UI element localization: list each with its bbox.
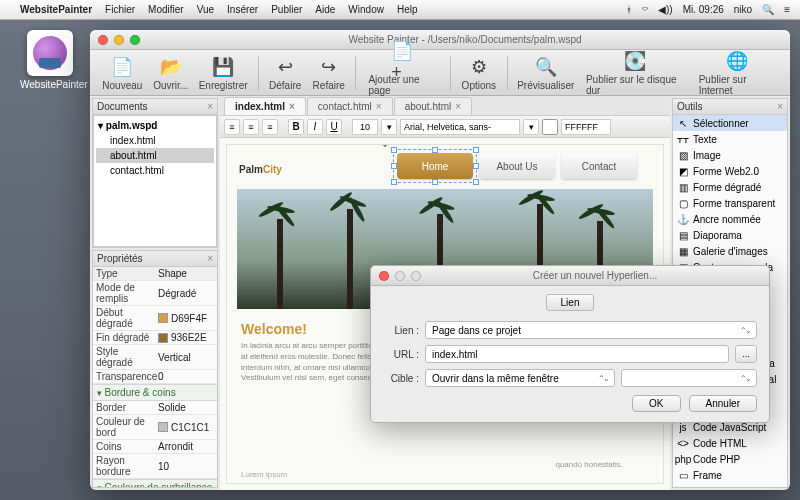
property-row[interactable]: Style dégradéVertical: [93, 345, 217, 370]
underline-button[interactable]: U: [326, 119, 342, 135]
property-row[interactable]: Rayon bordure10: [93, 454, 217, 479]
desktop-app-icon[interactable]: WebsitePainter: [20, 30, 80, 90]
property-value[interactable]: 936E2E: [155, 331, 217, 344]
nav-about-button[interactable]: About Us: [479, 153, 555, 179]
property-row[interactable]: Couleur de bordC1C1C1: [93, 415, 217, 440]
user-menu[interactable]: niko: [734, 4, 752, 15]
property-value[interactable]: Arrondit: [155, 440, 217, 453]
property-row[interactable]: BorderSolide: [93, 401, 217, 415]
text-color-input[interactable]: [561, 119, 611, 135]
property-value[interactable]: C1C1C1: [155, 415, 217, 439]
tab-close-icon[interactable]: ×: [376, 101, 382, 112]
property-row[interactable]: Transparence0: [93, 370, 217, 384]
property-value[interactable]: Vertical: [155, 345, 217, 369]
volume-icon[interactable]: ◀)): [658, 4, 673, 15]
tab-close-icon[interactable]: ×: [289, 101, 295, 112]
move-handle-icon[interactable]: ✥: [380, 144, 390, 150]
prop-section-border[interactable]: ▾ Bordure & coins: [93, 384, 217, 401]
close-window-button[interactable]: [98, 35, 108, 45]
align-right-button[interactable]: ≡: [262, 119, 278, 135]
menu-inserer[interactable]: Insérer: [227, 4, 258, 15]
font-size-stepper[interactable]: ▾: [381, 119, 397, 135]
minimize-window-button[interactable]: [114, 35, 124, 45]
property-row[interactable]: CoinsArrondit: [93, 440, 217, 454]
tab-about[interactable]: about.html×: [394, 97, 473, 115]
property-value[interactable]: Solide: [155, 401, 217, 414]
property-row[interactable]: Fin dégradé936E2E: [93, 331, 217, 345]
tool-code-php[interactable]: phpCode PHP: [673, 451, 787, 467]
tool-galerie-d-images[interactable]: ▦Galerie d'images: [673, 243, 787, 259]
tool-image[interactable]: ▧Image: [673, 147, 787, 163]
doc-index[interactable]: index.html: [96, 133, 214, 148]
property-value[interactable]: 10: [155, 454, 217, 478]
menu-publier[interactable]: Publier: [271, 4, 302, 15]
tool-code-html[interactable]: <>Code HTML: [673, 435, 787, 451]
project-root[interactable]: ▾ palm.wspd: [96, 118, 214, 133]
toolbar-enregistrer[interactable]: 💾Enregistrer: [195, 53, 252, 93]
url-browse-button[interactable]: ...: [735, 345, 757, 363]
align-left-button[interactable]: ≡: [224, 119, 240, 135]
bold-button[interactable]: B: [288, 119, 304, 135]
dialog-close-button[interactable]: [379, 271, 389, 281]
cible-select[interactable]: Ouvrir dans la même fenêtre: [425, 369, 615, 387]
toolbar-publier-sur-le-disque-dur[interactable]: 💽Publier sur le disque dur: [580, 47, 691, 98]
wifi-icon[interactable]: ⌔: [642, 4, 648, 15]
prop-section-highlight[interactable]: ▾ Couleurs de surbrillance: [93, 479, 217, 487]
panel-close-icon[interactable]: ×: [207, 101, 213, 112]
notifications-icon[interactable]: ≡: [784, 4, 790, 15]
zoom-window-button[interactable]: [130, 35, 140, 45]
menu-help[interactable]: Help: [397, 4, 418, 15]
align-center-button[interactable]: ≡: [243, 119, 259, 135]
nav-contact-button[interactable]: Contact: [561, 153, 637, 179]
properties-list[interactable]: TypeShape Mode de remplisDégradéDébut dé…: [93, 267, 217, 487]
tool-plus[interactable]: +Plus: [673, 483, 787, 487]
tab-index[interactable]: index.html×: [224, 97, 306, 115]
doc-about[interactable]: about.html: [96, 148, 214, 163]
tool-forme-transparent[interactable]: ▢Forme transparent: [673, 195, 787, 211]
font-family-select[interactable]: [400, 119, 520, 135]
menu-vue[interactable]: Vue: [197, 4, 214, 15]
welcome-heading[interactable]: Welcome!: [241, 321, 307, 337]
tool-forme-d-grad-[interactable]: ▥Forme dégradé: [673, 179, 787, 195]
color-swatch[interactable]: [158, 422, 168, 432]
ok-button[interactable]: OK: [632, 395, 680, 412]
property-value[interactable]: 0: [155, 370, 217, 383]
menu-modifier[interactable]: Modifier: [148, 4, 184, 15]
property-value[interactable]: Dégradé: [155, 281, 217, 305]
toolbar-refaire[interactable]: ↪Refaire: [308, 53, 350, 93]
menu-fichier[interactable]: Fichier: [105, 4, 135, 15]
font-size-input[interactable]: [352, 119, 378, 135]
tool-forme-web-[interactable]: ◩Forme Web2.0: [673, 163, 787, 179]
property-row[interactable]: Mode de remplisDégradé: [93, 281, 217, 306]
toolbar-options[interactable]: ⚙Options: [457, 53, 501, 93]
color-swatch[interactable]: [158, 333, 168, 343]
tool-diaporama[interactable]: ▤Diaporama: [673, 227, 787, 243]
app-menu[interactable]: WebsitePainter: [20, 4, 92, 15]
menu-window[interactable]: Window: [348, 4, 384, 15]
tool-ancre-nomm-e[interactable]: ⚓Ancre nommée: [673, 211, 787, 227]
toolbar-publier-sur-internet[interactable]: 🌐Publier sur Internet: [693, 47, 782, 98]
lien-select[interactable]: Page dans ce projet: [425, 321, 757, 339]
color-swatch[interactable]: [158, 313, 168, 323]
cancel-button[interactable]: Annuler: [689, 395, 757, 412]
spotlight-icon[interactable]: 🔍: [762, 4, 774, 15]
tool-frame[interactable]: ▭Frame: [673, 467, 787, 483]
toolbar-pr-visualiser[interactable]: 🔍Prévisualiser: [514, 53, 578, 93]
property-row[interactable]: Début dégradéD69F4F: [93, 306, 217, 331]
toolbar-d-faire[interactable]: ↩Défaire: [264, 53, 306, 93]
panel-close-icon[interactable]: ×: [777, 101, 783, 112]
menu-aide[interactable]: Aide: [315, 4, 335, 15]
tool-texte[interactable]: ᴛᴛTexte: [673, 131, 787, 147]
property-value[interactable]: D69F4F: [155, 306, 217, 330]
selection-handles[interactable]: ✥: [393, 149, 477, 183]
toolbar-ajouter-une-page[interactable]: 📄+Ajouter une page: [362, 47, 444, 98]
toolbar-nouveau[interactable]: 📄Nouveau: [98, 53, 147, 93]
site-logo[interactable]: PalmCity: [239, 157, 282, 178]
doc-contact[interactable]: contact.html: [96, 163, 214, 178]
bluetooth-icon[interactable]: ᚼ: [626, 4, 632, 15]
clock[interactable]: Mi. 09:26: [683, 4, 724, 15]
tab-close-icon[interactable]: ×: [455, 101, 461, 112]
documents-tree[interactable]: ▾ palm.wspd index.html about.html contac…: [93, 115, 217, 247]
tool-s-lectionner[interactable]: ↖Sélectionner: [673, 115, 787, 131]
text-color-swatch[interactable]: [542, 119, 558, 135]
